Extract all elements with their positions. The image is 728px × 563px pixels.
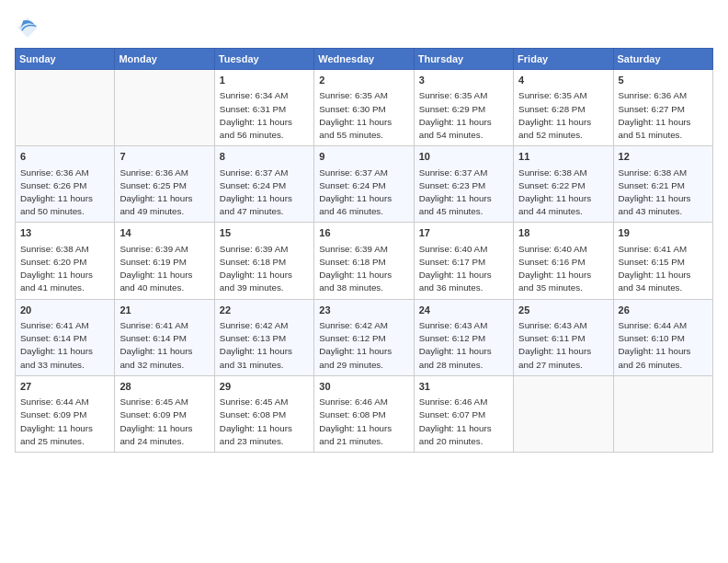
day-info: Sunrise: 6:45 AM Sunset: 6:08 PM Dayligh… [220, 396, 309, 448]
day-info: Sunrise: 6:41 AM Sunset: 6:14 PM Dayligh… [119, 319, 209, 372]
calendar-cell: 27Sunrise: 6:44 AM Sunset: 6:09 PM Dayli… [16, 375, 115, 452]
calendar-cell: 31Sunrise: 6:46 AM Sunset: 6:07 PM Dayli… [414, 375, 513, 452]
calendar-cell: 15Sunrise: 6:39 AM Sunset: 6:18 PM Dayli… [214, 223, 313, 299]
day-number: 28 [119, 380, 209, 394]
week-row-1: 1Sunrise: 6:34 AM Sunset: 6:31 PM Daylig… [16, 70, 713, 146]
calendar-cell: 25Sunrise: 6:43 AM Sunset: 6:11 PM Dayli… [514, 299, 613, 375]
calendar-cell: 26Sunrise: 6:44 AM Sunset: 6:10 PM Dayli… [613, 299, 712, 375]
calendar-cell: 10Sunrise: 6:37 AM Sunset: 6:23 PM Dayli… [414, 146, 513, 223]
week-row-2: 6Sunrise: 6:36 AM Sunset: 6:26 PM Daylig… [16, 146, 713, 223]
day-info: Sunrise: 6:40 AM Sunset: 6:16 PM Dayligh… [518, 243, 608, 295]
calendar-cell: 16Sunrise: 6:39 AM Sunset: 6:18 PM Dayli… [314, 223, 414, 299]
day-number: 7 [119, 150, 209, 164]
day-number: 6 [20, 150, 109, 164]
page-header [15, 15, 713, 40]
weekday-header-saturday: Saturday [613, 49, 712, 70]
weekday-header-thursday: Thursday [414, 49, 513, 70]
day-number: 2 [319, 74, 408, 87]
calendar-cell: 29Sunrise: 6:45 AM Sunset: 6:08 PM Dayli… [214, 375, 313, 452]
logo-icon [15, 15, 40, 40]
day-number: 26 [619, 304, 708, 317]
day-info: Sunrise: 6:39 AM Sunset: 6:18 PM Dayligh… [319, 243, 408, 295]
calendar-cell: 28Sunrise: 6:45 AM Sunset: 6:09 PM Dayli… [115, 375, 214, 452]
calendar-cell: 13Sunrise: 6:38 AM Sunset: 6:20 PM Dayli… [16, 223, 115, 299]
day-info: Sunrise: 6:38 AM Sunset: 6:21 PM Dayligh… [619, 167, 708, 219]
calendar-cell: 8Sunrise: 6:37 AM Sunset: 6:24 PM Daylig… [214, 146, 313, 223]
day-info: Sunrise: 6:36 AM Sunset: 6:27 PM Dayligh… [619, 89, 708, 142]
calendar-cell [16, 70, 115, 146]
day-info: Sunrise: 6:37 AM Sunset: 6:24 PM Dayligh… [220, 167, 309, 219]
day-number: 24 [419, 304, 508, 317]
day-number: 27 [20, 380, 109, 394]
day-info: Sunrise: 6:41 AM Sunset: 6:14 PM Dayligh… [20, 319, 109, 372]
calendar-cell: 23Sunrise: 6:42 AM Sunset: 6:12 PM Dayli… [314, 299, 414, 375]
day-number: 15 [220, 226, 309, 240]
day-number: 12 [619, 150, 708, 164]
day-number: 10 [419, 150, 508, 164]
day-info: Sunrise: 6:37 AM Sunset: 6:24 PM Dayligh… [319, 167, 408, 219]
day-info: Sunrise: 6:46 AM Sunset: 6:08 PM Dayligh… [319, 396, 408, 448]
day-info: Sunrise: 6:45 AM Sunset: 6:09 PM Dayligh… [119, 396, 209, 448]
day-info: Sunrise: 6:36 AM Sunset: 6:26 PM Dayligh… [20, 167, 109, 219]
calendar-cell: 5Sunrise: 6:36 AM Sunset: 6:27 PM Daylig… [613, 70, 712, 146]
week-row-4: 20Sunrise: 6:41 AM Sunset: 6:14 PM Dayli… [16, 299, 713, 375]
calendar-cell: 18Sunrise: 6:40 AM Sunset: 6:16 PM Dayli… [514, 223, 613, 299]
calendar-cell [514, 375, 613, 452]
day-info: Sunrise: 6:42 AM Sunset: 6:13 PM Dayligh… [220, 319, 309, 372]
day-number: 29 [220, 380, 309, 394]
day-number: 8 [220, 150, 309, 164]
day-info: Sunrise: 6:44 AM Sunset: 6:09 PM Dayligh… [20, 396, 109, 448]
day-info: Sunrise: 6:44 AM Sunset: 6:10 PM Dayligh… [619, 319, 708, 372]
calendar-cell: 1Sunrise: 6:34 AM Sunset: 6:31 PM Daylig… [214, 70, 313, 146]
day-number: 16 [319, 226, 408, 240]
calendar-cell [115, 70, 214, 146]
day-info: Sunrise: 6:35 AM Sunset: 6:30 PM Dayligh… [319, 89, 408, 142]
day-number: 22 [220, 304, 309, 317]
day-number: 21 [119, 304, 209, 317]
calendar-cell [613, 375, 712, 452]
day-number: 13 [20, 226, 109, 240]
day-info: Sunrise: 6:35 AM Sunset: 6:28 PM Dayligh… [518, 89, 608, 142]
day-number: 17 [419, 226, 508, 240]
day-number: 11 [518, 150, 608, 164]
weekday-header-tuesday: Tuesday [214, 49, 313, 70]
day-number: 31 [419, 380, 508, 394]
day-info: Sunrise: 6:43 AM Sunset: 6:12 PM Dayligh… [419, 319, 508, 372]
week-row-5: 27Sunrise: 6:44 AM Sunset: 6:09 PM Dayli… [16, 375, 713, 452]
day-info: Sunrise: 6:39 AM Sunset: 6:18 PM Dayligh… [220, 243, 309, 295]
calendar-cell: 19Sunrise: 6:41 AM Sunset: 6:15 PM Dayli… [613, 223, 712, 299]
week-row-3: 13Sunrise: 6:38 AM Sunset: 6:20 PM Dayli… [16, 223, 713, 299]
day-info: Sunrise: 6:39 AM Sunset: 6:19 PM Dayligh… [119, 243, 209, 295]
weekday-header-friday: Friday [514, 49, 613, 70]
day-number: 9 [319, 150, 408, 164]
day-info: Sunrise: 6:40 AM Sunset: 6:17 PM Dayligh… [419, 243, 508, 295]
day-info: Sunrise: 6:38 AM Sunset: 6:20 PM Dayligh… [20, 243, 109, 295]
day-number: 19 [619, 226, 708, 240]
weekday-header-wednesday: Wednesday [314, 49, 414, 70]
calendar-cell: 9Sunrise: 6:37 AM Sunset: 6:24 PM Daylig… [314, 146, 414, 223]
day-number: 18 [518, 226, 608, 240]
day-info: Sunrise: 6:42 AM Sunset: 6:12 PM Dayligh… [319, 319, 408, 372]
day-number: 20 [20, 304, 109, 317]
weekday-header-sunday: Sunday [16, 49, 115, 70]
day-number: 4 [518, 74, 608, 87]
calendar-cell: 21Sunrise: 6:41 AM Sunset: 6:14 PM Dayli… [115, 299, 214, 375]
calendar-table: SundayMondayTuesdayWednesdayThursdayFrid… [15, 48, 713, 453]
calendar-cell: 2Sunrise: 6:35 AM Sunset: 6:30 PM Daylig… [314, 70, 414, 146]
day-info: Sunrise: 6:43 AM Sunset: 6:11 PM Dayligh… [518, 319, 608, 372]
day-number: 23 [319, 304, 408, 317]
calendar-cell: 12Sunrise: 6:38 AM Sunset: 6:21 PM Dayli… [613, 146, 712, 223]
day-number: 3 [419, 74, 508, 87]
calendar-cell: 24Sunrise: 6:43 AM Sunset: 6:12 PM Dayli… [414, 299, 513, 375]
calendar-cell: 20Sunrise: 6:41 AM Sunset: 6:14 PM Dayli… [16, 299, 115, 375]
calendar-cell: 11Sunrise: 6:38 AM Sunset: 6:22 PM Dayli… [514, 146, 613, 223]
day-info: Sunrise: 6:41 AM Sunset: 6:15 PM Dayligh… [619, 243, 708, 295]
day-info: Sunrise: 6:37 AM Sunset: 6:23 PM Dayligh… [419, 167, 508, 219]
day-number: 5 [619, 74, 708, 87]
day-number: 25 [518, 304, 608, 317]
calendar-cell: 14Sunrise: 6:39 AM Sunset: 6:19 PM Dayli… [115, 223, 214, 299]
calendar-cell: 22Sunrise: 6:42 AM Sunset: 6:13 PM Dayli… [214, 299, 313, 375]
day-info: Sunrise: 6:34 AM Sunset: 6:31 PM Dayligh… [220, 89, 309, 142]
weekday-header-monday: Monday [115, 49, 214, 70]
day-info: Sunrise: 6:35 AM Sunset: 6:29 PM Dayligh… [419, 89, 508, 142]
